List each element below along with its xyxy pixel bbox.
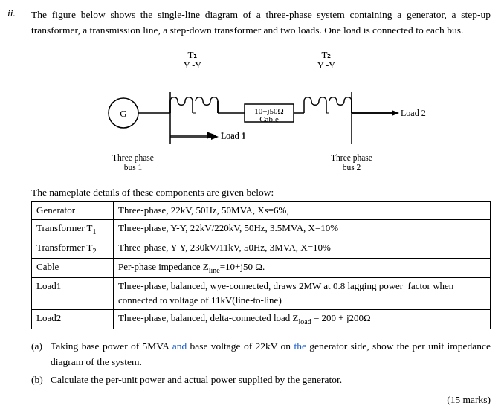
marks-line: (15 marks) xyxy=(31,394,491,406)
row-detail: Three-phase, Y-Y, 230kV/11kV, 50Hz, 3MVA… xyxy=(114,239,491,258)
t1-right-coil xyxy=(196,97,218,113)
table-row: Transformer T1 Three-phase, Y-Y, 22kV/22… xyxy=(32,219,491,239)
circuit-diagram: T₁ T₂ Y -Y Y -Y G xyxy=(83,48,439,178)
bus2-label-line2: bus 2 xyxy=(343,163,361,172)
load1-arrow xyxy=(211,134,219,140)
load1-text: Load 1 xyxy=(221,131,246,141)
t1-left-coil xyxy=(170,97,193,113)
roman-numeral: ii. xyxy=(7,7,31,406)
question-b: (b) Calculate the per-unit power and act… xyxy=(31,372,491,388)
load2-label: Load 2 xyxy=(401,108,426,118)
yy2-label: Y -Y xyxy=(317,60,335,71)
bus2-label-line1: Three phase xyxy=(331,153,372,163)
nameplate-intro: The nameplate details of these component… xyxy=(31,187,491,198)
row-label: Transformer T1 xyxy=(32,219,114,239)
bus1-label-line1: Three phase xyxy=(112,153,154,163)
table-row: Cable Per-phase impedance Zline=10+j50 Ω… xyxy=(32,258,491,277)
cable-label2: Cable xyxy=(259,114,279,123)
row-detail: Three-phase, 22kV, 50Hz, 50MVA, Xs=6%, xyxy=(114,201,491,219)
question-wrapper: ii. The figure below shows the single-li… xyxy=(7,7,491,406)
table-row: Load2 Three-phase, balanced, delta-conne… xyxy=(32,309,491,329)
q-b-label: (b) xyxy=(31,372,48,388)
generator-label: G xyxy=(120,108,126,119)
t2-right-coil xyxy=(329,97,352,113)
questions-section: (a) Taking base power of 5MVA and base v… xyxy=(31,338,491,388)
q-a-text: Taking base power of 5MVA and base volta… xyxy=(51,338,491,370)
intro-paragraph: The figure below shows the single-line d… xyxy=(31,7,491,39)
t1-label: T₁ xyxy=(188,49,198,60)
q-a-label: (a) xyxy=(31,338,48,370)
row-label: Transformer T2 xyxy=(32,239,114,258)
t2-label: T₂ xyxy=(322,49,332,60)
question-a: (a) Taking base power of 5MVA and base v… xyxy=(31,338,491,370)
table-row: Transformer T2 Three-phase, Y-Y, 230kV/1… xyxy=(32,239,491,258)
row-label: Load1 xyxy=(32,277,114,309)
row-detail: Three-phase, Y-Y, 22kV/220kV, 50Hz, 3.5M… xyxy=(114,219,491,239)
row-detail: Three-phase, balanced, wye-connected, dr… xyxy=(114,277,491,309)
load2-arrow xyxy=(392,110,399,116)
bus1-label-line2: bus 1 xyxy=(124,163,143,172)
row-label: Load2 xyxy=(32,309,114,329)
row-detail: Per-phase impedance Zline=10+j50 Ω. xyxy=(114,258,491,277)
row-label: Generator xyxy=(32,201,114,219)
q-b-text: Calculate the per-unit power and actual … xyxy=(51,372,491,388)
table-row: Load1 Three-phase, balanced, wye-connect… xyxy=(32,277,491,309)
nameplate-table: Generator Three-phase, 22kV, 50Hz, 50MVA… xyxy=(31,201,491,329)
yy1-label: Y -Y xyxy=(184,60,201,71)
row-detail: Three-phase, balanced, delta-connected l… xyxy=(114,309,491,329)
diagram-container: T₁ T₂ Y -Y Y -Y G xyxy=(31,48,491,178)
row-label: Cable xyxy=(32,258,114,277)
t2-left-coil xyxy=(304,97,326,113)
table-row: Generator Three-phase, 22kV, 50Hz, 50MVA… xyxy=(32,201,491,219)
content-area: The figure below shows the single-line d… xyxy=(31,7,491,406)
